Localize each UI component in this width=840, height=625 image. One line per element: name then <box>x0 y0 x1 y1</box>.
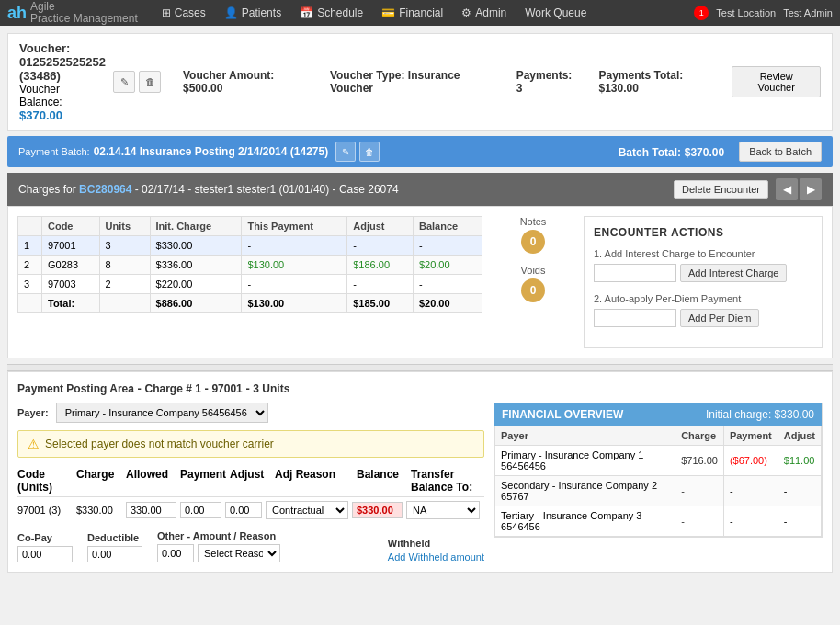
withheld-group: Withheld Add Withheld amount <box>388 538 484 562</box>
batch-edit-button[interactable]: ✎ <box>335 142 356 162</box>
ph-balance: Balance <box>357 468 407 494</box>
fin-title: FINANCIAL OVERVIEW <box>502 408 623 421</box>
payer-select[interactable]: Primary - Insurance Company 56456456Seco… <box>56 403 268 423</box>
financial-overview: FINANCIAL OVERVIEW Initial charge: $330.… <box>494 403 823 562</box>
perdiem-input[interactable] <box>594 309 676 327</box>
add-interest-button[interactable]: Add Interest Charge <box>680 264 787 282</box>
interest-section: 1. Add Interest Charge to Encounter Add … <box>594 248 812 282</box>
adjust-input[interactable] <box>225 502 262 518</box>
payment-content: Payer: Primary - Insurance Company 56456… <box>17 403 823 562</box>
payment-posting-title: Payment Posting Area - Charge # 1 - 9700… <box>17 381 823 395</box>
review-voucher-button[interactable]: Review Voucher <box>732 66 821 97</box>
deductible-label: Deductible <box>87 532 142 543</box>
add-withheld-link[interactable]: Add Withheld amount <box>388 551 484 562</box>
ph-allowed: Allowed <box>126 468 176 494</box>
charges-header: Charges for BC280964 - 02/17/14 - steste… <box>7 173 833 206</box>
payment-section: Payment Posting Area - Charge # 1 - 9700… <box>7 371 833 573</box>
reason-select[interactable]: Select ReasonAdjustmentWrite-off <box>198 544 280 562</box>
nav-schedule[interactable]: 📅 Schedule <box>290 0 372 26</box>
interest-label: 1. Add Interest Charge to Encounter <box>594 248 812 259</box>
balance-input[interactable] <box>352 502 403 518</box>
financial-icon: 💳 <box>381 6 395 19</box>
perdiem-row: Add Per Diem <box>594 309 812 327</box>
cases-icon: ⊞ <box>162 6 171 19</box>
voucher-delete-button[interactable]: 🗑 <box>139 71 161 93</box>
other-label: Other - Amount / Reason <box>157 530 280 541</box>
table-row[interactable]: 2 G0283 8 $336.00 $130.00 $186.00 $20.00 <box>18 256 482 275</box>
copay-row: Co-Pay Deductible Other - Amount / Reaso… <box>17 530 484 562</box>
top-navigation: ah Agile Practice Management ⊞ Cases 👤 P… <box>0 0 840 26</box>
add-perdiem-button[interactable]: Add Per Diem <box>680 309 759 327</box>
next-encounter-button[interactable]: ▶ <box>800 178 822 200</box>
voids-badge[interactable]: 0 <box>521 278 545 302</box>
delete-encounter-button[interactable]: Delete Encounter <box>674 180 768 199</box>
fin-col-charge: Charge <box>675 426 724 446</box>
voucher-type: Voucher Type: Insurance Voucher <box>330 69 494 95</box>
admin-label[interactable]: Test Admin <box>783 7 833 18</box>
payment-left: Payer: Primary - Insurance Company 56456… <box>17 403 484 562</box>
notes-badge[interactable]: 0 <box>521 230 545 254</box>
payer-label: Payer: <box>17 407 49 418</box>
ph-transfer: Transfer Balance To: <box>411 468 484 494</box>
notes-voids-area: Notes 0 Voids 0 <box>492 216 574 348</box>
interest-input[interactable] <box>594 264 676 282</box>
voucher-payments: Payments: 3 <box>516 69 577 95</box>
encounter-actions-title: ENCOUNTER ACTIONS <box>594 226 812 239</box>
charges-section: Code Units Init. Charge This Payment Adj… <box>7 206 833 358</box>
fin-initial-charge: Initial charge: $330.00 <box>706 408 814 421</box>
batch-label: Payment Batch: <box>18 146 90 157</box>
batch-delete-button[interactable]: 🗑 <box>359 142 380 162</box>
ph-adjust: Adjust <box>230 468 271 494</box>
table-total-row: Total: $886.00 $130.00 $185.00 $20.00 <box>18 294 482 313</box>
copay-input[interactable] <box>17 546 73 562</box>
allowed-input[interactable] <box>126 502 176 518</box>
notes-item: Notes 0 <box>520 216 547 254</box>
withheld-label: Withheld <box>388 538 484 549</box>
schedule-icon: 📅 <box>300 6 313 19</box>
col-balance: Balance <box>413 217 482 236</box>
table-row[interactable]: 1 97001 3 $330.00 - - - <box>18 236 482 256</box>
charges-table: Code Units Init. Charge This Payment Adj… <box>17 216 482 313</box>
interest-row: Add Interest Charge <box>594 264 812 282</box>
col-num <box>18 217 42 236</box>
col-code: Code <box>41 217 99 236</box>
transfer-select[interactable]: NASecondaryTertiary <box>406 501 480 519</box>
fin-col-adjust: Adjust <box>778 426 821 446</box>
batch-name: 02.14.14 Insurance Posting 2/14/2014 (14… <box>94 145 329 158</box>
nav-financial[interactable]: 💳 Financial <box>372 0 452 26</box>
encounter-actions: ENCOUNTER ACTIONS 1. Add Interest Charge… <box>584 216 823 348</box>
batch-actions: ✎ 🗑 <box>335 142 380 162</box>
fin-col-payment: Payment <box>723 426 778 446</box>
section-separator <box>7 364 833 371</box>
col-this-payment: This Payment <box>242 217 347 236</box>
nav-patients[interactable]: 👤 Patients <box>215 0 290 26</box>
fin-table: Payer Charge Payment Adjust Primary - In… <box>494 426 822 537</box>
notification-badge: 1 <box>694 6 709 20</box>
voucher-edit-button[interactable]: ✎ <box>113 71 135 93</box>
prev-encounter-button[interactable]: ◀ <box>776 178 798 200</box>
fin-row: Tertiary - Insurance Company 3 6546456 -… <box>495 506 822 537</box>
voucher-balance-label: Voucher Balance: <box>19 83 62 108</box>
brand: Agile Practice Management <box>30 1 138 25</box>
deductible-input[interactable] <box>87 546 142 562</box>
table-row[interactable]: 3 97003 2 $220.00 - - - <box>18 275 482 294</box>
nav-cases[interactable]: ⊞ Cases <box>153 0 215 26</box>
warning-text: Selected payer does not match voucher ca… <box>45 438 274 450</box>
perdiem-label: 2. Auto-apply Per-Diem Payment <box>594 293 812 304</box>
charges-code: BC280964 <box>79 183 131 196</box>
fin-row: Primary - Insurance Company 1 56456456 $… <box>495 446 822 476</box>
posting-table-header: Code (Units) Charge Allowed Payment Adju… <box>17 465 484 497</box>
voids-label: Voids <box>521 265 546 276</box>
nav-admin[interactable]: ⚙ Admin <box>452 0 516 26</box>
adj-reason-select[interactable]: ContractualWrite-offPatient Responsibili… <box>266 501 348 519</box>
payment-input[interactable] <box>180 502 221 518</box>
posting-code-units: 97001 (3) <box>17 505 73 516</box>
location-label[interactable]: Test Location <box>716 7 776 18</box>
fin-col-payer: Payer <box>495 426 675 446</box>
nav-workqueue[interactable]: Work Queue <box>516 0 596 26</box>
other-amount-input[interactable] <box>157 544 194 562</box>
voucher-balance-row: Voucher Balance: $370.00 <box>19 83 106 122</box>
back-to-batch-button[interactable]: Back to Batch <box>739 142 822 162</box>
ph-adj-reason: Adj Reason <box>275 468 353 494</box>
ph-charge: Charge <box>76 468 122 494</box>
